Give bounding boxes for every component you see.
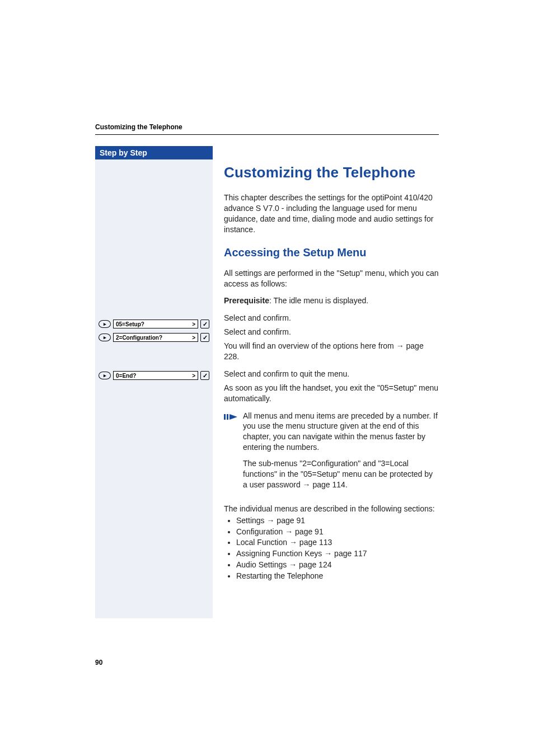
header-rule bbox=[95, 134, 439, 135]
list-item-text: Settings bbox=[236, 516, 266, 525]
lcd-display: 2=Configuration? > bbox=[113, 333, 198, 342]
page-number: 90 bbox=[95, 659, 102, 666]
note-body: All menus and menu items are preceded by… bbox=[243, 411, 439, 496]
nav-key-icon: ▸ bbox=[99, 334, 111, 341]
columns: Step by Step ▸ 05=Setup? > ✓ ▸ 2=Configu… bbox=[95, 146, 439, 618]
confirm-key-icon: ✓ bbox=[200, 320, 209, 328]
svg-rect-0 bbox=[224, 414, 226, 420]
arrow-icon: → bbox=[289, 560, 297, 569]
confirm-key-icon: ✓ bbox=[200, 371, 209, 380]
list-item-ref: page 124 bbox=[297, 560, 331, 569]
spacer bbox=[99, 164, 209, 320]
step-by-step-header: Step by Step bbox=[95, 146, 213, 159]
list-item-text: Configuration bbox=[236, 527, 285, 536]
svg-marker-2 bbox=[229, 414, 237, 420]
list-item-ref: page 91 bbox=[274, 516, 305, 525]
list-item: Configuration → page 91 bbox=[236, 527, 439, 537]
prerequisite-label: Prerequisite bbox=[224, 296, 269, 305]
list-item-text: Restarting the Telephone bbox=[236, 571, 323, 580]
arrow-icon: → bbox=[266, 516, 274, 525]
note-paragraph: The sub-menus "2=Configuration" and "3=L… bbox=[243, 458, 439, 490]
exit-paragraph: As soon as you lift the handset, you exi… bbox=[224, 383, 439, 404]
sections-intro: The individual menus are described in th… bbox=[224, 504, 439, 514]
arrow-icon: → bbox=[285, 527, 293, 536]
step-instruction: Select and confirm to quit the menu. bbox=[224, 369, 439, 379]
page: Customizing the Telephone Step by Step ▸… bbox=[0, 0, 534, 756]
lcd-display: 0=End? > bbox=[113, 371, 198, 380]
note-paragraph: All menus and menu items are preceded by… bbox=[243, 411, 439, 453]
arrow-icon: → bbox=[289, 538, 297, 547]
lcd-text: 0=End? bbox=[116, 373, 136, 379]
list-item: Settings → page 91 bbox=[236, 515, 439, 526]
list-item: Local Function → page 113 bbox=[236, 537, 439, 548]
step-row-configuration: ▸ 2=Configuration? > ✓ bbox=[99, 333, 209, 342]
list-item-ref: page 117 bbox=[332, 549, 367, 558]
step-instruction: Select and confirm. bbox=[224, 313, 439, 323]
lcd-more-indicator: > bbox=[192, 335, 195, 341]
prerequisite-line: Prerequisite: The idle menu is displayed… bbox=[224, 295, 439, 306]
step-row-end: ▸ 0=End? > ✓ bbox=[99, 371, 209, 380]
nav-key-icon: ▸ bbox=[99, 372, 111, 379]
left-column: Step by Step ▸ 05=Setup? > ✓ ▸ 2=Configu… bbox=[95, 146, 213, 618]
section-heading: Accessing the Setup Menu bbox=[224, 245, 439, 260]
access-paragraph: All settings are performed in the "Setup… bbox=[224, 268, 439, 289]
overview-paragraph: You will find an overview of the options… bbox=[224, 341, 439, 362]
list-item-ref: page 113 bbox=[297, 538, 332, 547]
note-callout: All menus and menu items are preceded by… bbox=[224, 411, 439, 496]
lcd-text: 2=Configuration? bbox=[116, 335, 162, 341]
running-header: Customizing the Telephone bbox=[95, 123, 439, 131]
nav-key-icon: ▸ bbox=[99, 320, 111, 328]
list-item: Restarting the Telephone bbox=[236, 571, 439, 581]
svg-rect-1 bbox=[227, 414, 228, 420]
page-title: Customizing the Telephone bbox=[224, 163, 439, 182]
list-item: Audio Settings → page 124 bbox=[236, 560, 439, 570]
list-item-text: Assigning Function Keys bbox=[236, 549, 324, 558]
lcd-display: 05=Setup? > bbox=[113, 320, 198, 328]
list-item-text: Audio Settings bbox=[236, 560, 289, 569]
arrow-icon: → bbox=[324, 549, 332, 558]
right-column: Customizing the Telephone This chapter d… bbox=[213, 146, 439, 618]
lcd-more-indicator: > bbox=[192, 321, 195, 327]
step-row-setup: ▸ 05=Setup? > ✓ bbox=[99, 320, 209, 328]
arrow-icon: → bbox=[396, 341, 404, 350]
note-icon bbox=[224, 411, 237, 496]
spacer bbox=[99, 346, 209, 371]
arrow-icon: → bbox=[303, 480, 311, 489]
list-item: Assigning Function Keys → page 117 bbox=[236, 548, 439, 559]
confirm-key-icon: ✓ bbox=[200, 333, 209, 342]
lcd-more-indicator: > bbox=[192, 373, 195, 379]
intro-paragraph: This chapter describes the settings for … bbox=[224, 192, 439, 235]
overview-text: You will find an overview of the options… bbox=[224, 341, 396, 350]
sections-list: Settings → page 91 Configuration → page … bbox=[224, 515, 439, 581]
note-page-ref: page 114. bbox=[311, 480, 348, 489]
list-item-ref: page 91 bbox=[293, 527, 324, 536]
prerequisite-text: : The idle menu is displayed. bbox=[269, 296, 368, 305]
left-body: ▸ 05=Setup? > ✓ ▸ 2=Configuration? > ✓ bbox=[95, 159, 213, 618]
step-instruction: Select and confirm. bbox=[224, 327, 439, 337]
lcd-text: 05=Setup? bbox=[116, 321, 144, 327]
list-item-text: Local Function bbox=[236, 538, 289, 547]
